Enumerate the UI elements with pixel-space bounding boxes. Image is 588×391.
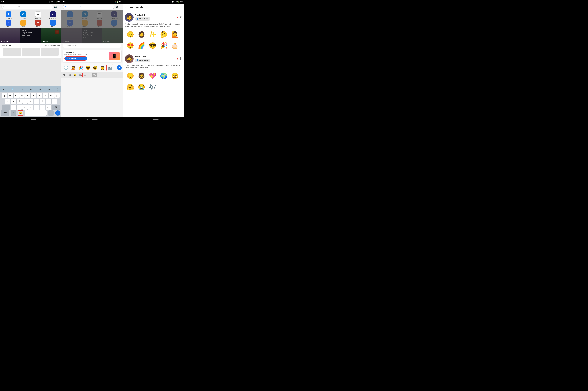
sticker-btn-1[interactable]: ☺	[19, 87, 24, 92]
quotes-tile-1[interactable]: Quotes »Kangana Ranaut »Roger Federer »M…	[20, 28, 41, 43]
bold-sticker-1[interactable]: 😌	[125, 29, 136, 40]
back-btn-3[interactable]: ←	[125, 6, 128, 9]
nav-down-1[interactable]: ∨	[25, 119, 27, 121]
nav-home-3[interactable]	[153, 119, 159, 120]
sweet-heart-btn[interactable]: ♥	[176, 57, 178, 61]
key-f[interactable]: f	[22, 99, 28, 104]
sticker-item-4[interactable]: 😎	[84, 64, 91, 71]
translate-btn-1[interactable]: ⊞	[37, 87, 42, 92]
mic-btn-1[interactable]: 🎙	[55, 87, 60, 92]
cricket-tile-1[interactable]: Cricket	[41, 28, 61, 43]
bold-sticker-3[interactable]: ✨	[147, 29, 158, 40]
nav-home-1[interactable]	[31, 119, 36, 120]
sweet-sticker-7[interactable]: 😭	[136, 82, 147, 93]
key-q[interactable]: q1	[2, 93, 7, 98]
more-btn-1[interactable]: •••	[46, 87, 51, 92]
key-shift[interactable]: ⇧	[2, 104, 10, 110]
key-b[interactable]: b	[34, 104, 39, 110]
kb-gif2-btn[interactable]: GIF	[84, 74, 87, 77]
sticker-item-5[interactable]: 🤓	[92, 64, 99, 71]
key-i[interactable]: i8	[43, 93, 48, 98]
bold-heart-btn[interactable]: ♥	[176, 16, 178, 19]
sweet-sticker-8[interactable]: 🎶	[147, 82, 158, 93]
key-s[interactable]: s	[11, 99, 16, 104]
key-a[interactable]: a	[5, 99, 10, 104]
kb-sticker2-btn[interactable]: ☺	[68, 73, 72, 77]
bold-sticker-9[interactable]: 🎉	[158, 40, 169, 51]
key-period[interactable]: .	[48, 110, 54, 115]
sticker-add-btn-2[interactable]: +	[117, 65, 122, 70]
bold-sticker-8[interactable]: 😎	[147, 40, 158, 51]
camera-icon-2[interactable]: 📷	[115, 5, 118, 8]
sweet-sticker-1[interactable]: 😊	[125, 71, 136, 81]
kb-mini-btn[interactable]: 🤖	[78, 73, 83, 77]
sticker-item-1[interactable]: 🕐	[63, 64, 69, 71]
key-j[interactable]: j	[40, 99, 45, 104]
explore-tile-1[interactable]: Explore	[0, 28, 20, 43]
key-o[interactable]: o9	[49, 93, 54, 98]
key-slash[interactable]: /	[11, 110, 16, 115]
quick-link-facebook-1[interactable]: f Facebook	[3, 11, 14, 19]
key-w[interactable]: w2	[8, 93, 13, 98]
bold-sticker-4[interactable]: 🤔	[158, 29, 169, 40]
key-p[interactable]: p0	[54, 93, 60, 98]
kb-smiley-btn[interactable]: :-)	[88, 74, 91, 77]
key-d[interactable]: d	[16, 99, 22, 104]
bold-sticker-2[interactable]: 🧔	[136, 29, 147, 40]
sticker-item-2[interactable]: 🤦	[70, 64, 77, 71]
key-symbols[interactable]: ?123	[1, 110, 9, 115]
key-l[interactable]: l	[52, 99, 57, 104]
quick-link-wikipedia-1[interactable]: W Wikipedia	[33, 11, 44, 19]
quick-link-flipkart-1[interactable]: F Flipkart	[18, 20, 29, 27]
mic-icon-2[interactable]: 🎙	[119, 6, 121, 8]
key-send[interactable]: ›	[55, 110, 61, 115]
key-z[interactable]: z	[11, 104, 16, 110]
key-backspace[interactable]: ⌫	[52, 104, 60, 110]
key-c[interactable]: c	[22, 104, 28, 110]
sweet-sticker-5[interactable]: 😄	[169, 71, 180, 81]
bold-customise-btn[interactable]: 👤 CUSTOMISE	[135, 17, 150, 21]
bold-sticker-10[interactable]: 🎂	[169, 40, 180, 51]
bold-sticker-7[interactable]: 🌈	[136, 40, 147, 51]
key-space[interactable]	[25, 110, 47, 115]
sticker-item-mini[interactable]: 🤖	[106, 64, 113, 71]
sticker-search-input-2[interactable]: G Search stickers	[63, 44, 121, 48]
url-input-2[interactable]: | Search or enter web address	[63, 5, 114, 9]
quick-link-india-times-1[interactable]: it India Times	[48, 11, 58, 19]
search-btn-1[interactable]: 🔍	[10, 87, 15, 92]
kb-emoji-btn[interactable]: 😊	[73, 73, 77, 77]
camera-icon-1[interactable]: 📷	[54, 5, 57, 8]
key-k[interactable]: k	[46, 99, 51, 104]
quick-link-outlook-1[interactable]: O Outlook	[18, 11, 29, 19]
sweet-trash-btn[interactable]: 🗑	[179, 57, 182, 60]
quick-link-cricbuzz-1[interactable]: cb Cricbuzz	[3, 20, 14, 27]
gif-btn-1[interactable]: GIF	[28, 87, 33, 92]
quick-link-rediff-1[interactable]: R Rediff	[33, 20, 44, 27]
url-input-1[interactable]: Search or enter web address	[1, 5, 53, 9]
key-y[interactable]: y6	[31, 93, 36, 98]
key-e[interactable]: e3	[13, 93, 19, 98]
key-u[interactable]: u7	[37, 93, 42, 98]
key-v[interactable]: v	[28, 104, 33, 110]
key-r[interactable]: r4	[19, 93, 25, 98]
nav-back-3[interactable]: ‹	[148, 119, 149, 121]
bold-sticker-6[interactable]: 😍	[125, 40, 136, 51]
nav-home-2[interactable]	[92, 119, 98, 120]
sticker-item-6[interactable]: 👩	[99, 64, 106, 71]
key-g[interactable]: g	[28, 99, 33, 104]
key-t[interactable]: t5	[25, 93, 30, 98]
kb-abc-btn[interactable]: ABC	[63, 74, 67, 77]
back-btn-1[interactable]: ‹	[1, 87, 6, 92]
key-h[interactable]: h	[34, 99, 39, 104]
sweet-sticker-4[interactable]: 🌍	[158, 71, 169, 81]
sticker-item-3[interactable]: 🎉	[77, 64, 84, 71]
key-x[interactable]: x	[16, 104, 22, 110]
nav-down-2[interactable]: ∨	[87, 119, 88, 121]
key-m[interactable]: m	[46, 104, 51, 110]
sweet-sticker-3[interactable]: 💖	[147, 71, 158, 81]
bold-trash-btn[interactable]: 🗑	[179, 16, 182, 19]
bold-sticker-5[interactable]: 🙋	[169, 29, 180, 40]
mic-icon-1[interactable]: 🎙	[58, 6, 60, 8]
kb-delete-btn[interactable]: ⌫	[92, 73, 97, 77]
sweet-sticker-6[interactable]: 🤗	[125, 82, 136, 93]
